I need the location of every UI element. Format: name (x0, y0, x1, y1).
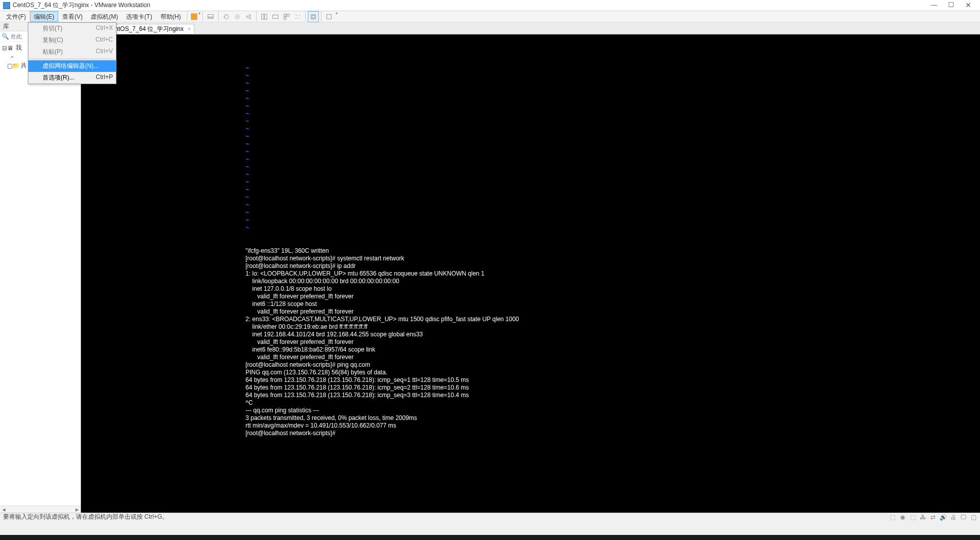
menu-copy[interactable]: 复制(C) Ctrl+C (28, 34, 116, 46)
search-icon: 🔍 (2, 33, 9, 40)
svg-point-4 (247, 16, 249, 18)
minimize-button[interactable]: — (925, 1, 943, 11)
snapshot-revert-icon[interactable] (232, 11, 243, 22)
menu-paste-label: 粘贴(P) (43, 48, 63, 56)
menu-vm[interactable]: 虚拟机(M) (87, 11, 122, 22)
svg-point-6 (249, 17, 251, 19)
separator (187, 11, 187, 21)
dropdown-arrow-icon[interactable]: ▾ (336, 11, 338, 22)
floppy-icon[interactable]: ⬚ (909, 514, 916, 521)
menu-cut[interactable]: 剪切(T) Ctrl+X (28, 23, 116, 34)
windows-taskbar[interactable] (0, 535, 980, 540)
window-title: CentOS_7_64 位_学习nginx - VMware Workstati… (13, 1, 925, 10)
cycle-view-icon[interactable] (323, 11, 335, 22)
cd-icon[interactable]: ◉ (899, 514, 906, 521)
separator (218, 11, 219, 21)
svg-rect-9 (273, 15, 278, 19)
separator (256, 11, 257, 21)
dropdown-arrow-icon[interactable]: ▾ (198, 11, 200, 22)
svg-rect-11 (287, 14, 289, 16)
tree-shared-label: 共 (21, 61, 27, 70)
fullscreen-icon[interactable] (308, 11, 319, 22)
menu-cut-shortcut: Ctrl+X (96, 24, 113, 33)
svg-point-5 (249, 15, 251, 17)
menu-prefs-shortcut: Ctrl+P (96, 73, 113, 82)
network-icon[interactable]: 🖧 (919, 514, 926, 521)
titlebar: CentOS_7_64 位_学习nginx - VMware Workstati… (0, 0, 980, 11)
menu-cut-label: 剪切(T) (43, 24, 62, 33)
tree-root-label: 我 (16, 44, 22, 52)
vmware-app-icon (3, 2, 10, 9)
menu-copy-shortcut: Ctrl+C (96, 36, 113, 45)
vm-icon: ▫ (11, 53, 18, 60)
status-device-icons: ⬚ ◉ ⬚ 🖧 ⇄ 🔊 🖨 🖵 ▢ (889, 514, 977, 521)
edit-dropdown-menu: 剪切(T) Ctrl+X 复制(C) Ctrl+C 粘贴(P) Ctrl+V 虚… (28, 22, 116, 84)
expand-icon[interactable]: ▢ (7, 62, 12, 69)
send-ctrl-alt-del-icon[interactable] (205, 11, 216, 22)
status-message: 要将输入定向到该虚拟机，请在虚拟机内部单击或按 Ctrl+G。 (3, 513, 168, 521)
scroll-left-icon[interactable]: ◀ (0, 506, 7, 513)
tile-icon[interactable] (259, 11, 270, 22)
menu-view[interactable]: 查看(V) (58, 11, 87, 22)
svg-rect-14 (312, 15, 315, 18)
menu-virtual-network-editor[interactable]: 虚拟网络编辑器(N)... (28, 60, 116, 72)
pause-icon[interactable]: ▮▮ (189, 11, 197, 22)
menubar: 文件(F) 编辑(E) 查看(V) 虚拟机(M) 选项卡(T) 帮助(H) ▮▮… (0, 11, 980, 22)
computer-icon: 🖥 (7, 45, 14, 52)
menu-separator (29, 59, 115, 59)
display-icon[interactable]: 🖵 (960, 514, 967, 521)
menu-copy-label: 复制(C) (43, 36, 63, 45)
usb-icon[interactable]: ⇄ (929, 514, 936, 521)
globe-icon (32, 62, 38, 68)
sidebar-title: 库 (3, 22, 9, 31)
menu-paste[interactable]: 粘贴(P) Ctrl+V (28, 46, 116, 58)
vm-console-terminal[interactable]: ~ ~ ~ ~ ~ ~ ~ ~ ~ ~ ~ ~ ~ ~ ~ ~ ~ ~ ~ ~ … (81, 34, 980, 513)
menu-edit[interactable]: 编辑(E) (30, 11, 58, 22)
sound-icon[interactable]: 🔊 (940, 514, 947, 521)
disk-icon[interactable]: ⬚ (889, 514, 896, 521)
vm-tabbar: ⌂ CentOS_7_64 位_学习nginx × (81, 22, 980, 34)
menu-paste-shortcut: Ctrl+V (96, 48, 113, 56)
folder-icon: 📁 (12, 62, 19, 69)
menu-vne-label: 虚拟网络编辑器(N)... (43, 62, 99, 70)
menu-help[interactable]: 帮助(H) (156, 11, 185, 22)
svg-rect-12 (284, 17, 286, 19)
snapshot-manager-icon[interactable] (243, 11, 254, 22)
start-button[interactable] (0, 535, 20, 540)
maximize-button[interactable]: ☐ (943, 1, 960, 11)
thumbnail-icon[interactable] (281, 11, 292, 22)
vm-tab-label: CentOS_7_64 位_学习nginx (107, 25, 184, 33)
svg-rect-10 (284, 14, 286, 16)
menu-prefs-label: 首选项(R)... (43, 73, 74, 82)
scroll-track[interactable] (7, 506, 73, 513)
library-sidebar: 库 × 🔍 ⊟ 🖥 我 ▫ ▢ 📁 共 ◀ (0, 22, 81, 513)
svg-rect-15 (327, 15, 332, 19)
terminal-output: "ifcfg-ens33" 19L, 360C written [root@lo… (246, 247, 519, 437)
separator (305, 11, 306, 21)
separator (202, 11, 203, 21)
svg-rect-1 (208, 15, 214, 17)
sidebar-hscroll[interactable]: ◀ ▶ (0, 506, 80, 513)
unity-icon[interactable] (270, 11, 281, 22)
separator (321, 11, 321, 21)
svg-rect-7 (262, 14, 264, 20)
expand-icon[interactable]: ⊟ (2, 45, 7, 52)
printer-icon[interactable]: 🖨 (950, 514, 957, 521)
menu-file[interactable]: 文件(F) (2, 11, 30, 22)
main-area: 库 × 🔍 ⊟ 🖥 我 ▫ ▢ 📁 共 ◀ (0, 22, 980, 513)
status-bar: 要将输入定向到该虚拟机，请在虚拟机内部单击或按 Ctrl+G。 ⬚ ◉ ⬚ 🖧 … (0, 513, 980, 521)
tab-close-icon[interactable]: × (188, 26, 191, 32)
terminal-tildes: ~ ~ ~ ~ ~ ~ ~ ~ ~ ~ ~ ~ ~ ~ ~ ~ ~ ~ ~ ~ … (246, 65, 249, 232)
svg-rect-8 (265, 14, 267, 20)
message-icon[interactable]: ▢ (970, 514, 977, 521)
menu-preferences[interactable]: 首选项(R)... Ctrl+P (28, 72, 116, 84)
snapshot-icon[interactable] (221, 11, 232, 22)
stretch-icon[interactable] (292, 11, 303, 22)
content-pane: ⌂ CentOS_7_64 位_学习nginx × ~ ~ ~ ~ ~ ~ ~ … (81, 22, 980, 513)
menu-tabs[interactable]: 选项卡(T) (122, 11, 156, 22)
close-button[interactable]: ✕ (960, 1, 977, 11)
scroll-right-icon[interactable]: ▶ (73, 506, 80, 513)
